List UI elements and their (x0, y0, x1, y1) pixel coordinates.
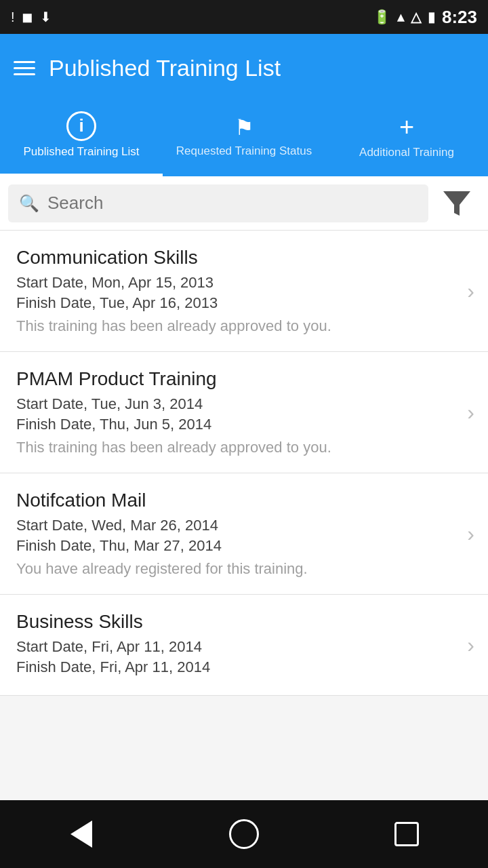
training-status: This training has been already approved … (16, 317, 462, 335)
training-item-content: Notifcation Mail Start Date, Wed, Mar 26… (16, 490, 462, 578)
training-finish-date: Finish Date, Thu, Jun 5, 2014 (16, 416, 462, 433)
training-start-date: Start Date, Tue, Jun 3, 2014 (16, 395, 462, 413)
add-icon: + (399, 113, 414, 142)
training-item[interactable]: Notifcation Mail Start Date, Wed, Mar 26… (0, 473, 488, 595)
tabs-container: i Published Training List ⚑ Requested Tr… (0, 102, 488, 176)
chevron-right-icon: › (467, 400, 474, 425)
download-icon: ⬇ (40, 9, 52, 25)
chevron-right-icon: › (467, 633, 474, 658)
training-item[interactable]: Business Skills Start Date, Fri, Apr 11,… (0, 595, 488, 696)
battery-alert-icon: ! (11, 9, 15, 25)
status-bar: ! ◼ ⬇ 🔋 ▴ △ ▮ 8:23 (0, 0, 488, 34)
chevron-right-icon: › (467, 521, 474, 547)
training-start-date: Start Date, Mon, Apr 15, 2013 (16, 274, 462, 292)
training-item[interactable]: PMAM Product Training Start Date, Tue, J… (0, 352, 488, 473)
signal-icon: △ (411, 9, 421, 25)
training-status: This training has been already approved … (16, 439, 462, 456)
training-start-date: Start Date, Wed, Mar 26, 2014 (16, 517, 462, 534)
training-title: Business Skills (16, 611, 462, 633)
image-icon: ◼ (22, 9, 33, 25)
training-item[interactable]: Communication Skills Start Date, Mon, Ap… (0, 231, 488, 352)
flag-icon: ⚑ (235, 115, 254, 140)
training-item-content: Communication Skills Start Date, Mon, Ap… (16, 247, 462, 335)
tab-additional-training[interactable]: + Additional Training (325, 102, 488, 176)
training-item-content: Business Skills Start Date, Fri, Apr 11,… (16, 611, 462, 679)
status-bar-left-icons: ! ◼ ⬇ (11, 9, 52, 25)
training-list: Communication Skills Start Date, Mon, Ap… (0, 231, 488, 696)
tab-requested-training[interactable]: ⚑ Requested Training Status (163, 102, 325, 176)
training-start-date: Start Date, Fri, Apr 11, 2014 (16, 638, 462, 656)
search-input[interactable] (47, 193, 418, 214)
nav-recent-button[interactable] (386, 814, 427, 854)
app-bar: Published Training List (0, 34, 488, 102)
nav-home-button[interactable] (224, 814, 264, 854)
training-title: Communication Skills (16, 247, 462, 269)
tab-published-training[interactable]: i Published Training List (0, 102, 163, 176)
training-item-content: PMAM Product Training Start Date, Tue, J… (16, 368, 462, 456)
tab-requested-label: Requested Training Status (176, 144, 312, 158)
search-icon: 🔍 (19, 194, 39, 213)
vibrate-icon: 🔋 (373, 9, 390, 25)
training-finish-date: Finish Date, Thu, Mar 27, 2014 (16, 537, 462, 555)
training-title: Notifcation Mail (16, 490, 462, 511)
wifi-icon: ▴ (397, 9, 404, 25)
app-bar-title: Published Training List (49, 55, 474, 81)
search-bar: 🔍 (0, 176, 488, 231)
info-circle-icon: i (66, 111, 96, 141)
filter-button[interactable] (434, 180, 480, 226)
nav-back-button[interactable] (61, 814, 102, 854)
time-display: 8:23 (442, 7, 477, 28)
tab-published-label: Published Training List (23, 145, 139, 159)
hamburger-menu-button[interactable] (14, 61, 35, 75)
svg-marker-0 (443, 191, 470, 216)
tab-additional-label: Additional Training (359, 146, 454, 159)
search-input-wrapper: 🔍 (8, 184, 428, 222)
training-finish-date: Finish Date, Fri, Apr 11, 2014 (16, 658, 462, 676)
battery-icon: ▮ (428, 9, 435, 25)
training-finish-date: Finish Date, Tue, Apr 16, 2013 (16, 294, 462, 312)
filter-funnel-icon (442, 189, 472, 218)
status-bar-right-icons: 🔋 ▴ △ ▮ 8:23 (373, 7, 477, 28)
training-title: PMAM Product Training (16, 368, 462, 390)
training-status: You have already registered for this tra… (16, 560, 462, 578)
chevron-right-icon: › (467, 279, 474, 304)
bottom-navigation (0, 800, 488, 868)
